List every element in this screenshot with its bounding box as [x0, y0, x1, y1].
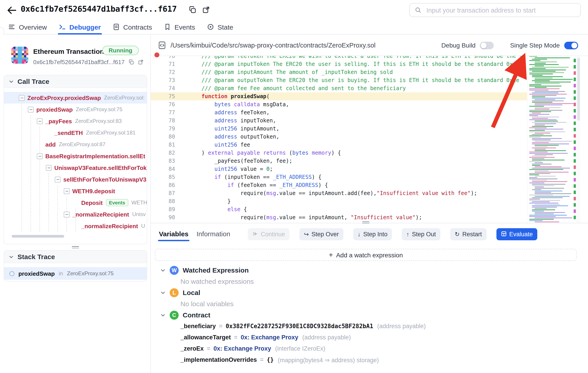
call-trace-item[interactable]: _sendETHZeroExProxy.sol:181: [4, 127, 147, 139]
collapse-toggle-icon[interactable]: [37, 153, 43, 159]
breakpoint-icon[interactable]: [154, 52, 159, 57]
add-watch-expression-button[interactable]: + Add a watch expression: [155, 249, 577, 261]
collapse-toggle-icon[interactable]: [46, 165, 52, 171]
line-number[interactable]: 81: [151, 141, 175, 149]
line-number[interactable]: 87: [151, 189, 175, 197]
section-header-contract[interactable]: CContract: [158, 309, 579, 321]
code-line-80[interactable]: 80 address outputToken,: [151, 133, 527, 141]
tab-debugger[interactable]: Debugger: [59, 20, 101, 34]
tab-variables[interactable]: Variables: [158, 228, 189, 242]
tab-information[interactable]: Information: [196, 228, 231, 242]
section-header-local[interactable]: LLocal: [158, 287, 579, 298]
code-line-70[interactable]: 70 /// @param feeToken The ERC20 we wish…: [151, 56, 527, 60]
variable-value[interactable]: 0x: Exchange Proxy: [213, 345, 271, 352]
variable-row[interactable]: _beneficiary=0x382fFCe2287252F930E1C8DC9…: [158, 321, 579, 332]
variable-row[interactable]: _allowanceTarget=0x: Exchange Proxy(addr…: [158, 332, 579, 343]
vertical-scrollbar[interactable]: [576, 56, 580, 223]
line-number[interactable]: 90: [151, 213, 175, 222]
variable-row[interactable]: _implementationOverrides={}(mapping(byte…: [158, 354, 579, 365]
code-line-71[interactable]: 71 /// @param inputToken The ERC20 the u…: [151, 60, 527, 68]
code-line-86[interactable]: 86 if (feeToken == _ETH_ADDRESS) {: [151, 181, 527, 189]
collapse-toggle-icon[interactable]: [28, 106, 34, 112]
call-trace-item[interactable]: WETH9.deposit: [4, 185, 147, 197]
line-number[interactable]: 83: [151, 157, 175, 165]
code-line-88[interactable]: 88 }: [151, 197, 527, 205]
line-number[interactable]: 74: [151, 84, 175, 92]
back-button[interactable]: [6, 5, 17, 16]
tab-contracts[interactable]: Contracts: [112, 20, 152, 34]
horizontal-scrollbar[interactable]: [12, 235, 64, 238]
call-trace-item[interactable]: BaseRegistrarImplementation.sellEt: [4, 150, 147, 162]
step-into-button[interactable]: ↓Step Into: [353, 228, 392, 240]
line-number[interactable]: 71: [151, 60, 175, 68]
code-line-89[interactable]: 89 else {: [151, 205, 527, 213]
collapse-toggle-icon[interactable]: [37, 118, 43, 124]
step-over-button[interactable]: ↪Step Over: [299, 228, 343, 240]
line-number[interactable]: 84: [151, 165, 175, 173]
step-out-button[interactable]: ↑Step Out: [402, 228, 441, 240]
code-line-82[interactable]: 82 ) external payable returns (bytes mem…: [151, 149, 527, 157]
restart-button[interactable]: ↻Restart: [450, 228, 486, 240]
line-number[interactable]: 88: [151, 197, 175, 205]
code-line-87[interactable]: 87 require(msg.value == inputAmount.add(…: [151, 189, 527, 197]
single-step-mode-toggle[interactable]: [564, 41, 578, 49]
tab-events[interactable]: Events: [164, 20, 195, 34]
code-editor[interactable]: 70 /// @param feeToken The ERC20 we wish…: [151, 56, 527, 223]
code-line-75[interactable]: 75 function proxiedSwap(: [151, 92, 527, 101]
editor-minimap[interactable]: [527, 56, 576, 223]
call-trace-item[interactable]: UniswapV3Feature.sellEthForTok: [4, 162, 147, 173]
stack-trace-header[interactable]: Stack Trace: [4, 251, 147, 263]
tab-overview[interactable]: Overview: [8, 20, 47, 34]
call-trace-item[interactable]: _normalizeRecipientU: [4, 220, 147, 232]
panel-resize-handle[interactable]: [72, 245, 79, 249]
code-line-72[interactable]: 72 /// @param inputAmount The amount of …: [151, 68, 527, 76]
collapse-toggle-icon[interactable]: [55, 176, 61, 182]
line-number[interactable]: 82: [151, 149, 175, 157]
code-line-84[interactable]: 84 uint256 value = 0;: [151, 165, 527, 173]
search-box[interactable]: [409, 3, 581, 17]
code-line-76[interactable]: 76 bytes calldata msgData,: [151, 101, 527, 109]
code-line-74[interactable]: 74 /// @param fee Fee amount collected a…: [151, 84, 527, 92]
code-line-85[interactable]: 85 if (inputToken == _ETH_ADDRESS) {: [151, 173, 527, 181]
panel-resize-handle[interactable]: [362, 221, 369, 225]
code-line-81[interactable]: 81 uint256 fee: [151, 141, 527, 149]
line-number[interactable]: 75: [151, 92, 175, 101]
line-number[interactable]: 86: [151, 181, 175, 189]
tab-state[interactable]: State: [207, 20, 233, 34]
line-number[interactable]: 89: [151, 205, 175, 213]
line-number[interactable]: 78: [151, 117, 175, 125]
scrollbar-thumb[interactable]: [577, 58, 580, 121]
call-trace-item[interactable]: addZeroExProxy.sol:87: [4, 139, 147, 150]
variable-value[interactable]: 0x: Exchange Proxy: [241, 334, 298, 341]
code-line-83[interactable]: 83 _payFees(feeToken, fee);: [151, 157, 527, 165]
line-number[interactable]: 77: [151, 109, 175, 117]
line-number[interactable]: 76: [151, 101, 175, 109]
call-trace-item[interactable]: _payFeesZeroExProxy.sol:83: [4, 115, 147, 127]
debug-build-toggle[interactable]: [480, 41, 494, 49]
stack-trace-row[interactable]: proxiedSwapinZeroExProxy.sol:75: [4, 267, 147, 280]
evaluate-button[interactable]: Evaluate: [496, 228, 537, 240]
collapse-toggle-icon[interactable]: [19, 95, 25, 101]
line-number[interactable]: 80: [151, 133, 175, 141]
code-line-77[interactable]: 77 address feeToken,: [151, 109, 527, 117]
line-number[interactable]: 79: [151, 125, 175, 133]
collapse-toggle-icon[interactable]: [64, 211, 70, 217]
line-number[interactable]: 72: [151, 68, 175, 76]
code-line-79[interactable]: 79 uint256 inputAmount,: [151, 125, 527, 133]
call-trace-item[interactable]: _normalizeRecipientUnisv: [4, 209, 147, 220]
external-link-icon[interactable]: [137, 59, 143, 65]
code-line-73[interactable]: 73 /// @param outputToken The ERC20 the …: [151, 76, 527, 84]
copy-icon[interactable]: [189, 6, 197, 14]
call-trace-item[interactable]: sellEthForTokenToUniswapV3: [4, 173, 147, 185]
variable-row[interactable]: _zeroEx=0x: Exchange Proxy(interface IZe…: [158, 343, 579, 354]
line-number[interactable]: 70: [151, 56, 175, 60]
copy-icon[interactable]: [128, 59, 134, 65]
code-line-90[interactable]: 90 require(msg.value == inputAmount, "In…: [151, 213, 527, 222]
line-number[interactable]: 73: [151, 76, 175, 84]
call-trace-item[interactable]: proxiedSwapZeroExProxy.sol:75: [4, 104, 147, 115]
line-number[interactable]: 85: [151, 173, 175, 181]
code-line-78[interactable]: 78 address inputToken,: [151, 117, 527, 125]
call-trace-item[interactable]: ZeroExProxy.proxiedSwapZeroExProxy.sol:: [4, 92, 147, 104]
call-trace-item[interactable]: DepositEventsWETH: [4, 197, 147, 209]
external-link-icon[interactable]: [202, 6, 210, 14]
